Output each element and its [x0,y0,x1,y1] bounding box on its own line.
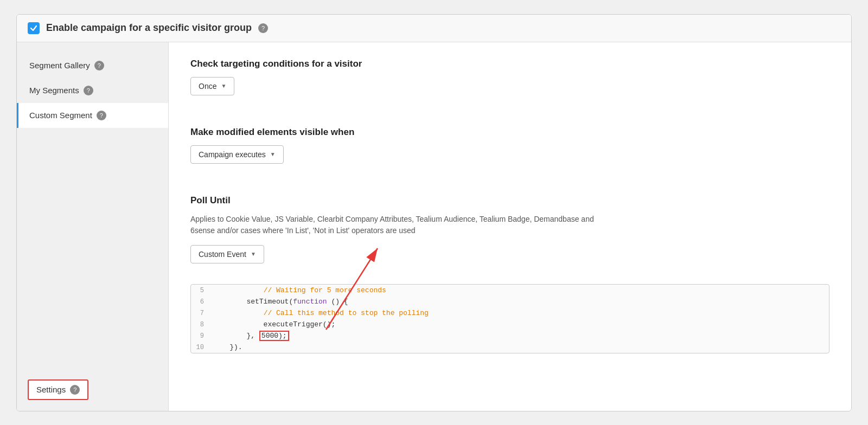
line-num-6: 6 [191,298,213,306]
code-line-9: 9 }, 5000); [191,330,829,342]
sidebar-item-label: Segment Gallery [29,61,90,70]
my-segments-help-icon[interactable]: ? [84,86,93,95]
panel-title: Enable campaign for a specific visitor g… [46,22,252,34]
campaign-executes-dropdown[interactable]: Campaign executes ▼ [190,145,284,164]
code-line-10: 10 }). [191,342,829,353]
enable-checkbox[interactable] [28,22,40,34]
line-num-8: 8 [191,321,213,329]
highlighted-5000: 5000); [259,331,289,341]
code-line-8: 8 executeTrigger(); [191,319,829,330]
custom-event-label: Custom Event [199,250,246,259]
code-comment-5: // Waiting for 5 more seconds [264,286,386,294]
code-block: 5 // Waiting for 5 more seconds 6 setTim… [190,284,829,353]
settings-button[interactable]: Settings ? [28,379,88,400]
panel-header: Enable campaign for a specific visitor g… [17,15,851,42]
custom-event-arrow: ▼ [251,251,256,257]
code-line-7: 7 // Call this method to stop the pollin… [191,307,829,319]
settings-label: Settings [36,385,66,394]
line-num-5: 5 [191,287,213,294]
poll-until-section: Poll Until Applies to Cookie Value, JS V… [190,195,829,353]
check-targeting-title: Check targeting conditions for a visitor [190,59,829,69]
settings-area: Settings ? [17,379,169,400]
sidebar-item-segment-gallery[interactable]: Segment Gallery ? [17,53,168,78]
campaign-executes-arrow: ▼ [270,151,276,157]
code-line-6: 6 setTimeout(function () { [191,296,829,307]
sidebar-item-label: Custom Segment [29,111,92,120]
main-panel: Enable campaign for a specific visitor g… [16,14,852,411]
code-keyword-function: function [293,298,327,306]
make-visible-section: Make modified elements visible when Camp… [190,127,829,179]
custom-segment-help-icon[interactable]: ? [97,111,106,120]
segment-gallery-help-icon[interactable]: ? [94,61,104,70]
sidebar-item-label: My Segments [29,86,79,95]
sidebar-item-my-segments[interactable]: My Segments ? [17,78,168,103]
panel-body: Segment Gallery ? My Segments ? Custom S… [17,42,851,411]
custom-event-dropdown[interactable]: Custom Event ▼ [190,245,264,263]
main-content: Check targeting conditions for a visitor… [169,42,851,411]
code-line-5: 5 // Waiting for 5 more seconds [191,285,829,296]
settings-help-icon[interactable]: ? [70,385,80,395]
poll-until-description: Applies to Cookie Value, JS Variable, Cl… [190,214,597,236]
code-comment-7: // Call this method to stop the polling [264,309,429,317]
campaign-executes-label: Campaign executes [199,150,266,159]
once-dropdown[interactable]: Once ▼ [190,77,234,95]
sidebar: Segment Gallery ? My Segments ? Custom S… [17,42,169,411]
line-num-10: 10 [191,344,213,351]
line-num-9: 9 [191,332,213,340]
make-visible-title: Make modified elements visible when [190,127,829,138]
once-dropdown-label: Once [199,82,216,91]
poll-until-title: Poll Until [190,195,829,206]
once-dropdown-arrow: ▼ [221,83,226,89]
check-targeting-section: Check targeting conditions for a visitor… [190,59,829,111]
line-num-7: 7 [191,310,213,317]
header-help-icon[interactable]: ? [258,23,268,33]
sidebar-item-custom-segment[interactable]: Custom Segment ? [17,103,168,128]
